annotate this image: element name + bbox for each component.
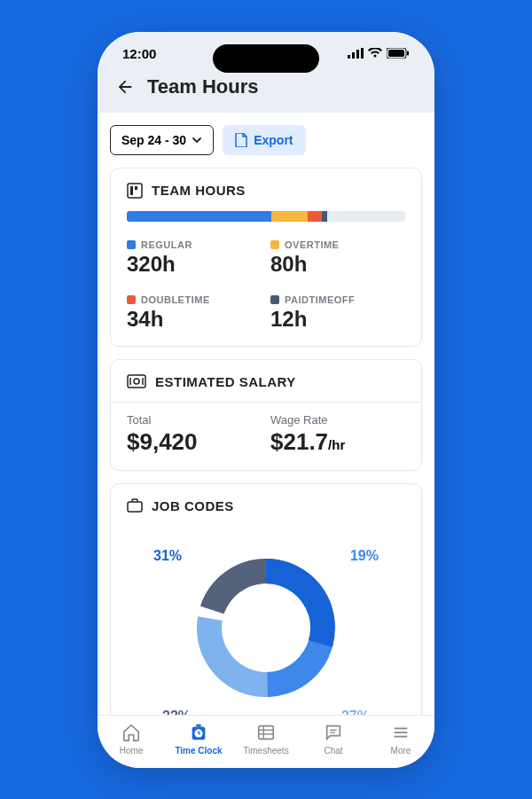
phone-notch — [213, 44, 319, 73]
dot-paidtimeoff — [270, 295, 279, 304]
divider — [111, 402, 421, 403]
back-arrow-icon[interactable] — [115, 77, 135, 97]
card-title: TEAM HOURS — [152, 183, 246, 198]
briefcase-icon — [127, 498, 143, 513]
date-range-button[interactable]: Sep 24 - 30 — [110, 125, 214, 155]
card-header: TEAM HOURS — [127, 183, 405, 199]
header: Team Hours — [98, 68, 434, 113]
job-codes-card: JOB CODES — [110, 483, 422, 715]
svg-rect-2 — [356, 50, 359, 59]
svg-rect-5 — [388, 50, 404, 57]
svg-rect-9 — [135, 186, 137, 190]
donut-label-4: 22% — [162, 709, 191, 715]
hours-progress-bar — [127, 211, 405, 222]
salary-total: Total $9,420 — [127, 413, 262, 456]
svg-rect-14 — [128, 502, 142, 512]
chevron-down-icon — [192, 135, 202, 145]
stat-overtime: OVERTIME 80h — [270, 239, 405, 277]
status-time: 12:00 — [122, 46, 156, 61]
bar-overtime — [271, 211, 308, 222]
status-indicators — [348, 48, 410, 59]
stat-doubletime: DOUBLETIME 34h — [127, 294, 262, 332]
nav-home[interactable]: Home — [98, 723, 165, 756]
nav-chat[interactable]: Chat — [300, 723, 367, 756]
signal-icon — [348, 48, 364, 59]
salary-rate: Wage Rate $21.7/hr — [270, 413, 405, 456]
date-range-label: Sep 24 - 30 — [121, 133, 186, 147]
bar-empty — [327, 211, 405, 222]
page-title: Team Hours — [147, 75, 259, 98]
dot-doubletime — [127, 295, 136, 304]
table-icon — [256, 723, 276, 742]
toolbar: Sep 24 - 30 Export — [110, 125, 422, 155]
nav-more[interactable]: More — [367, 723, 434, 756]
svg-rect-19 — [259, 725, 274, 739]
stat-paidtimeoff: PAIDTIMEOFF 12h — [270, 294, 405, 332]
donut-label-1: 31% — [153, 548, 182, 564]
dot-regular — [127, 240, 136, 249]
stat-regular: REGULAR 320h — [127, 239, 262, 277]
bottom-nav: Home Time Clock Timesheets Chat More — [98, 715, 434, 768]
document-icon — [235, 133, 247, 147]
wifi-icon — [368, 48, 382, 59]
card-header: JOB CODES — [127, 498, 405, 513]
svg-point-11 — [134, 379, 139, 384]
salary-grid: Total $9,420 Wage Rate $21.7/hr — [127, 413, 405, 456]
bar-regular — [127, 211, 271, 222]
export-button[interactable]: Export — [223, 125, 305, 155]
menu-icon — [391, 723, 411, 742]
svg-rect-6 — [407, 51, 409, 56]
phone-frame: 12:00 Team Hours Sep 24 - 30 Export TEA — [98, 32, 434, 768]
dashboard-icon — [127, 183, 143, 199]
home-icon — [121, 723, 141, 742]
donut-label-2: 19% — [350, 548, 379, 564]
svg-rect-0 — [348, 55, 350, 59]
svg-rect-3 — [361, 48, 364, 59]
svg-rect-7 — [128, 184, 142, 198]
card-title: ESTIMATED SALARY — [155, 374, 296, 389]
card-header: ESTIMATED SALARY — [127, 374, 405, 389]
donut-chart: 31% 19% 27% 22% — [127, 526, 405, 715]
svg-rect-8 — [130, 186, 133, 195]
dot-overtime — [270, 240, 279, 249]
bar-doubletime — [308, 211, 322, 222]
svg-rect-1 — [352, 52, 355, 59]
donut-label-3: 27% — [341, 709, 370, 715]
team-hours-card: TEAM HOURS REGULAR 320h OVERTIME 80h — [110, 168, 422, 347]
content-scroll[interactable]: Sep 24 - 30 Export TEAM HOURS — [98, 113, 434, 715]
svg-rect-18 — [196, 724, 201, 726]
card-title: JOB CODES — [152, 498, 234, 513]
clock-icon — [189, 723, 208, 742]
money-icon — [127, 374, 146, 388]
battery-icon — [387, 48, 410, 59]
chat-icon — [324, 723, 343, 742]
nav-timeclock[interactable]: Time Clock — [165, 723, 232, 756]
export-label: Export — [254, 133, 293, 147]
hours-grid: REGULAR 320h OVERTIME 80h DOUBLETIME 34h… — [127, 239, 405, 332]
nav-timesheets[interactable]: Timesheets — [232, 723, 300, 756]
salary-card: ESTIMATED SALARY Total $9,420 Wage Rate … — [110, 359, 422, 471]
